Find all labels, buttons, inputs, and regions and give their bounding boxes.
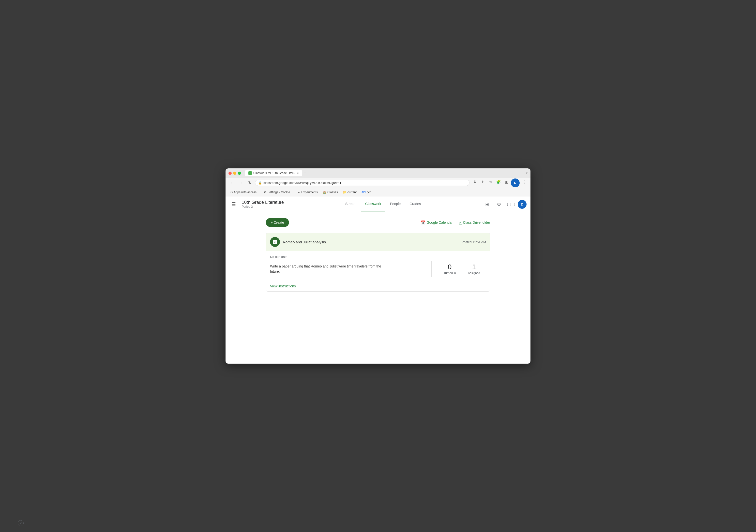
bookmark-settings-label: Settings - Cookie... — [268, 191, 292, 194]
sidebar-toggle-icon[interactable]: ▣ — [503, 178, 510, 185]
url-text: classroom.google.com/u/0/w/NjEyMDI4ODIxM… — [263, 181, 466, 185]
google-calendar-label: Google Calendar — [427, 221, 453, 225]
bookmark-classes[interactable]: 🏫 Classes — [321, 190, 340, 195]
settings-icon: ⚙ — [497, 201, 501, 207]
assigned-count: 1 — [468, 263, 480, 271]
view-instructions-link[interactable]: View instructions — [270, 284, 296, 288]
assignment-due-date: No due date — [270, 255, 486, 259]
tab-grades[interactable]: Grades — [406, 197, 425, 211]
layout-icon: ⊞ — [485, 201, 489, 207]
profile-avatar[interactable]: D — [511, 178, 520, 187]
bookmark-settings[interactable]: ⚙ Settings - Cookie... — [262, 190, 294, 195]
header-nav: Stream Classwork People Grades — [288, 197, 478, 211]
top-actions: + Create 📅 Google Calendar △ Class Drive… — [266, 218, 490, 227]
bookmark-apps[interactable]: G Apps with access... — [229, 190, 261, 195]
tab-classwork[interactable]: Classwork — [361, 197, 385, 211]
apps-grid-button[interactable]: ⋮⋮⋮ — [506, 200, 516, 209]
new-tab-button[interactable]: + — [302, 171, 308, 176]
tab-people[interactable]: People — [386, 197, 405, 211]
address-bar: ← → ↻ 🔒 classroom.google.com/u/0/w/NjEyM… — [226, 178, 530, 188]
address-actions: ⬇ ⬆ ☆ 🧩 ▣ D ⋮ — [472, 178, 527, 187]
layout-button[interactable]: ⊞ — [482, 200, 492, 209]
assigned-label: Assigned — [468, 271, 480, 275]
bookmark-apps-label: Apps with access... — [234, 191, 259, 194]
bookmark-apps-icon: G — [230, 191, 233, 194]
assignment-description: Write a paper arguing that Romeo and Jul… — [270, 264, 388, 274]
user-avatar[interactable]: D — [518, 200, 526, 209]
title-bar: Classwork for 10th Grade Liter... × + ▾ — [226, 169, 530, 178]
lock-icon: 🔒 — [258, 181, 262, 185]
star-icon[interactable]: ☆ — [487, 178, 494, 185]
assignment-title: Romeo and Juliet analysis. — [283, 240, 459, 244]
extension-icon[interactable]: 🧩 — [495, 178, 502, 185]
tab-favicon-icon — [248, 171, 252, 175]
bookmark-experiments[interactable]: ▲ Experiments — [295, 190, 320, 195]
assignment-footer: View instructions — [266, 281, 490, 291]
turned-in-count: 0 — [444, 263, 456, 271]
reload-button[interactable]: ↻ — [246, 179, 253, 186]
hamburger-menu-button[interactable]: ☰ — [230, 200, 238, 209]
app-content: ☰ 10th Grade Literature Period 3 Stream … — [226, 197, 530, 363]
main-content: + Create 📅 Google Calendar △ Class Drive… — [260, 212, 496, 298]
bookmark-gcp[interactable]: API gcp — [360, 190, 373, 195]
more-options-icon[interactable]: ⋮ — [521, 178, 527, 185]
assignment-header: Romeo and Juliet analysis. Posted 11:51 … — [266, 233, 490, 251]
bookmark-classes-icon: 🏫 — [323, 191, 326, 194]
tab-stream[interactable]: Stream — [341, 197, 360, 211]
bookmarks-bar: G Apps with access... ⚙ Settings - Cooki… — [226, 188, 530, 197]
turned-in-label: Turned in — [444, 271, 456, 275]
class-subtitle: Period 3 — [242, 205, 284, 208]
bookmark-current-icon: 📁 — [343, 191, 346, 194]
bookmark-classes-label: Classes — [327, 191, 338, 194]
class-drive-link[interactable]: △ Class Drive folder — [459, 220, 490, 225]
class-info: 10th Grade Literature Period 3 — [242, 200, 284, 208]
forward-button[interactable]: → — [237, 179, 244, 186]
google-calendar-link[interactable]: 📅 Google Calendar — [420, 220, 453, 225]
assignment-body-row: Write a paper arguing that Romeo and Jul… — [270, 261, 486, 277]
assignment-posted-time: Posted 11:51 AM — [462, 240, 486, 244]
back-button[interactable]: ← — [229, 179, 235, 186]
bookmark-gcp-icon: API — [362, 191, 366, 194]
top-links: 📅 Google Calendar △ Class Drive folder — [420, 220, 490, 225]
assigned-stat: 1 Assigned — [462, 261, 486, 277]
tab-overflow-icon[interactable]: ▾ — [526, 171, 527, 175]
browser-window: Classwork for 10th Grade Liter... × + ▾ … — [226, 169, 530, 363]
assignment-type-icon — [270, 237, 280, 247]
assignment-body: No due date Write a paper arguing that R… — [266, 251, 490, 281]
turned-in-stat: 0 Turned in — [438, 261, 462, 277]
bookmark-current[interactable]: 📁 current — [341, 190, 359, 195]
assignment-card: Romeo and Juliet analysis. Posted 11:51 … — [266, 233, 490, 292]
url-bar[interactable]: 🔒 classroom.google.com/u/0/w/NjEyMDI4ODI… — [255, 180, 470, 186]
classroom-header: ☰ 10th Grade Literature Period 3 Stream … — [226, 197, 530, 212]
assignment-stats: 0 Turned in 1 Assigned — [431, 261, 486, 277]
tab-bar: Classwork for 10th Grade Liter... × + ▾ — [245, 170, 527, 176]
tab-close-button[interactable]: × — [297, 172, 299, 174]
drive-icon: △ — [459, 220, 462, 225]
tab-title: Classwork for 10th Grade Liter... — [253, 171, 296, 175]
share-icon[interactable]: ⬆ — [479, 178, 486, 185]
close-traffic-light[interactable] — [229, 172, 232, 175]
bookmark-settings-icon: ⚙ — [264, 191, 267, 194]
header-actions: ⊞ ⚙ ⋮⋮⋮ D — [482, 200, 526, 209]
bookmark-gcp-label: gcp — [367, 191, 371, 194]
bookmark-current-label: current — [347, 191, 357, 194]
traffic-lights — [229, 172, 241, 175]
maximize-traffic-light[interactable] — [238, 172, 241, 175]
apps-grid-icon: ⋮⋮⋮ — [506, 202, 516, 206]
class-title: 10th Grade Literature — [242, 200, 284, 205]
download-icon[interactable]: ⬇ — [472, 178, 478, 185]
bookmark-experiments-label: Experiments — [301, 191, 318, 194]
class-drive-label: Class Drive folder — [463, 221, 490, 225]
minimize-traffic-light[interactable] — [233, 172, 236, 175]
create-button[interactable]: + Create — [266, 218, 289, 227]
settings-button[interactable]: ⚙ — [494, 200, 504, 209]
browser-tab[interactable]: Classwork for 10th Grade Liter... × — [245, 170, 302, 176]
bookmark-experiments-icon: ▲ — [297, 191, 300, 194]
calendar-icon: 📅 — [420, 220, 425, 225]
